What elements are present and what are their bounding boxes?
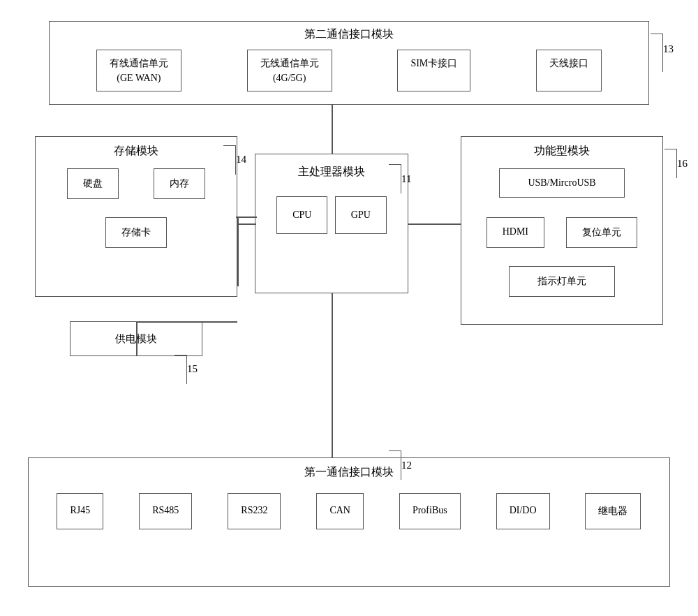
cpu-module: 主处理器模块 CPU GPU [255, 154, 408, 293]
cpu-items: CPU GPU [255, 196, 408, 234]
line-top-to-cpu [332, 105, 333, 154]
ref-15-label: 15 [187, 363, 198, 375]
ref-12-label: 12 [401, 460, 412, 471]
line-power-v [136, 321, 138, 356]
first-comm-module: 第一通信接口模块 RJ45 RS485 RS232 CAN ProfiBus D… [28, 457, 670, 587]
func-item-hdmi: HDMI [487, 217, 544, 248]
ref-13-bracket [651, 34, 663, 72]
second-comm-module: 第二通信接口模块 有线通信单元(GE WAN) 无线通信单元(4G/5G) SI… [49, 21, 649, 105]
second-comm-title: 第二通信接口模块 [50, 27, 648, 42]
storage-title: 存储模块 [36, 144, 237, 159]
first-comm-item-rj45: RJ45 [57, 493, 103, 529]
storage-module: 存储模块 硬盘 内存 存储卡 [35, 136, 237, 297]
func-row1: USB/MircroUSB [461, 168, 662, 198]
cpu-item-gpu: GPU [335, 196, 387, 234]
line-cpu-to-func [408, 223, 461, 225]
func-item-usb: USB/MircroUSB [499, 168, 624, 198]
ref-14-label: 14 [236, 154, 246, 166]
diagram-container: 第二通信接口模块 有线通信单元(GE WAN) 无线通信单元(4G/5G) SI… [14, 14, 684, 601]
storage-item-card: 存储卡 [105, 217, 167, 248]
ref-16-bracket [664, 149, 677, 178]
func-item-reset: 复位单元 [566, 217, 637, 248]
second-comm-item-4: 天线接口 [536, 50, 602, 91]
line-cpu-to-bottom [332, 293, 333, 457]
ref-13-label: 13 [663, 43, 674, 55]
func-item-led: 指示灯单元 [509, 266, 615, 297]
ref-12-bracket [389, 450, 401, 480]
ref-11-label: 11 [401, 173, 411, 185]
func-row2: HDMI 复位单元 [461, 217, 662, 248]
first-comm-title: 第一通信接口模块 [29, 465, 669, 480]
ref-15-bracket [174, 355, 187, 384]
func-title: 功能型模块 [461, 144, 662, 159]
first-comm-item-relay: 继电器 [585, 493, 641, 529]
first-comm-item-rs232: RS232 [228, 493, 281, 529]
storage-item-ram: 内存 [154, 168, 205, 199]
second-comm-item-3: SIM卡接口 [397, 50, 470, 91]
line-storage-h1 [236, 217, 257, 218]
func-row3: 指示灯单元 [461, 266, 662, 297]
second-comm-item-1: 有线通信单元(GE WAN) [96, 50, 181, 91]
ref-14-bracket [223, 145, 236, 175]
line-power-h [136, 321, 237, 323]
storage-row1: 硬盘 内存 [36, 168, 237, 199]
first-comm-item-can: CAN [316, 493, 364, 529]
storage-item-hd: 硬盘 [67, 168, 119, 199]
line-storage-v1 [237, 217, 239, 286]
cpu-item-cpu: CPU [276, 196, 327, 234]
ref-16-label: 16 [677, 158, 688, 170]
first-comm-item-rs485: RS485 [139, 493, 192, 529]
second-comm-item-2: 无线通信单元(4G/5G) [247, 50, 332, 91]
line-storage-cpu [237, 223, 256, 225]
cpu-title: 主处理器模块 [255, 165, 408, 179]
second-comm-items: 有线通信单元(GE WAN) 无线通信单元(4G/5G) SIM卡接口 天线接口 [50, 50, 648, 91]
storage-row2: 存储卡 [36, 217, 237, 248]
first-comm-item-profibus: ProfiBus [399, 493, 461, 529]
func-module: 功能型模块 USB/MircroUSB HDMI 复位单元 指示灯单元 [461, 136, 663, 325]
first-comm-item-dido: DI/DO [496, 493, 550, 529]
ref-11-bracket [389, 164, 401, 193]
first-comm-items: RJ45 RS485 RS232 CAN ProfiBus DI/DO 继电器 [29, 493, 669, 529]
